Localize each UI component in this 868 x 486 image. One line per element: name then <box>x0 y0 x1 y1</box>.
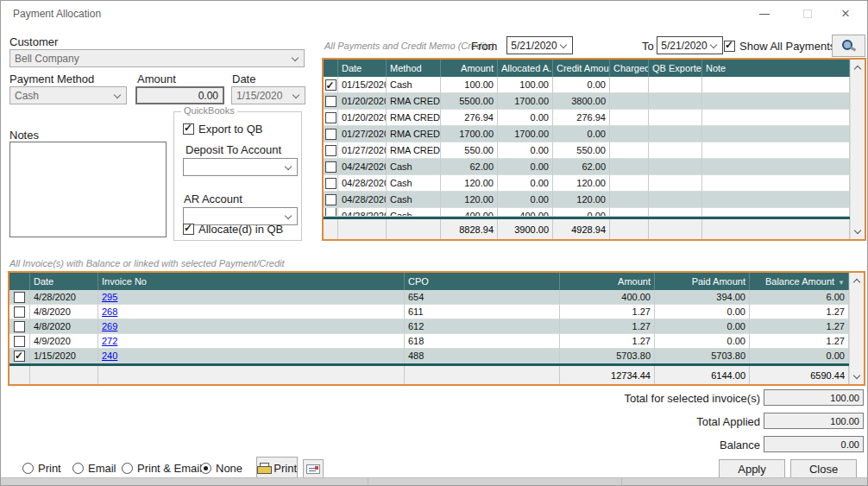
customer-select[interactable]: Bell Company <box>9 49 305 67</box>
print-button[interactable]: Print <box>256 457 298 480</box>
invoice-link[interactable]: 272 <box>102 336 117 346</box>
header-qb-exported[interactable]: QB Exported <box>649 60 702 77</box>
cell-credit: 0.00 <box>553 126 610 142</box>
cell-balance-amount: 1.27 <box>750 305 849 319</box>
search-button[interactable] <box>832 35 865 57</box>
invoice-link[interactable]: 240 <box>102 350 117 361</box>
to-label: To <box>642 40 654 53</box>
close-button[interactable]: × <box>834 6 857 22</box>
row-checkbox[interactable] <box>325 112 337 123</box>
table-row-clipped[interactable]: 04/28/2020 Cash 400.00 400.00 0.00 <box>324 208 850 217</box>
header-allocated-amount[interactable]: Allocated A.. <box>498 60 553 77</box>
row-checkbox[interactable] <box>325 96 337 107</box>
radio-email[interactable]: Email <box>72 462 116 475</box>
close-dialog-button[interactable]: Close <box>790 459 857 479</box>
header-date[interactable]: Date <box>30 273 98 290</box>
table-row[interactable]: 04/28/2020 Cash 120.00 0.00 120.00 <box>324 192 850 208</box>
cell-method: RMA CRED... <box>387 110 441 126</box>
cell-method: Cash <box>387 175 441 192</box>
cell-cpo: 618 <box>405 334 560 349</box>
header-note[interactable]: Note <box>702 60 850 77</box>
table-row[interactable]: 4/9/2020 272 618 1.27 0.00 1.27 <box>9 334 849 349</box>
cell-qb-exported <box>649 175 702 192</box>
row-checkbox[interactable] <box>14 321 25 332</box>
table-row[interactable]: 01/15/2020 Cash 100.00 100.00 0.00 <box>324 77 850 93</box>
header-date[interactable]: Date <box>338 60 387 77</box>
cell-paid-amount: 0.00 <box>655 334 750 349</box>
scroll-up-button[interactable] <box>850 273 864 287</box>
row-checkbox[interactable] <box>325 178 337 189</box>
apply-button[interactable]: Apply <box>719 459 785 479</box>
cell-note <box>702 208 850 217</box>
cell-amount: 1700.00 <box>441 126 498 142</box>
row-checkbox[interactable] <box>14 306 25 318</box>
invoices-rows: 4/28/2020 295 654 400.00 394.00 6.00 4/8… <box>9 290 849 363</box>
cell-allocated: 1700.00 <box>498 93 553 110</box>
cell-allocated: 0.00 <box>498 175 553 192</box>
table-row[interactable]: 4/8/2020 269 612 1.27 0.00 1.27 <box>9 319 849 334</box>
cell-date: 01/15/2020 <box>338 77 387 93</box>
row-checkbox[interactable] <box>325 161 337 173</box>
row-checkbox[interactable] <box>325 145 337 156</box>
scroll-down-button[interactable] <box>850 369 864 384</box>
cell-balance-amount: 1.27 <box>750 319 849 334</box>
header-amount[interactable]: Amount <box>441 60 498 77</box>
total-amount: 8828.94 <box>441 219 498 239</box>
radio-print-and-email[interactable]: Print & Email <box>122 462 202 475</box>
table-row[interactable]: 01/27/2020 RMA CRED... 1700.00 1700.00 0… <box>324 126 850 142</box>
row-checkbox[interactable] <box>14 336 25 347</box>
printer-icon <box>257 463 270 475</box>
header-cpo[interactable]: CPO <box>405 273 560 290</box>
table-row[interactable]: 01/20/2020 RMA CRED... 276.94 0.00 276.9… <box>324 110 850 126</box>
invoice-link[interactable]: 268 <box>102 306 117 317</box>
header-paid-amount[interactable]: Paid Amount <box>655 273 750 290</box>
table-row[interactable]: 4/8/2020 268 611 1.27 0.00 1.27 <box>9 305 849 319</box>
table-row[interactable]: 4/28/2020 295 654 400.00 394.00 6.00 <box>9 290 849 305</box>
header-balance-amount[interactable]: Balance Amount▼ <box>750 273 849 290</box>
table-row[interactable]: 1/15/2020 240 488 5703.80 5703.80 0.00 <box>9 349 849 363</box>
table-row[interactable]: 01/27/2020 RMA CRED... 550.00 0.00 550.0… <box>324 142 850 159</box>
header-invoice-no[interactable]: Invoice No <box>98 273 405 290</box>
total-selected-field: 100.00 <box>764 389 864 406</box>
header-select-column <box>324 60 338 77</box>
vertical-scrollbar[interactable] <box>850 60 865 239</box>
invoice-link[interactable]: 295 <box>102 292 117 302</box>
amount-field[interactable]: 0.00 <box>135 86 224 104</box>
table-row[interactable]: 01/20/2020 RMA CRED... 5500.00 1700.00 3… <box>324 93 850 110</box>
vertical-scrollbar[interactable] <box>849 273 864 384</box>
row-checkbox[interactable] <box>325 79 337 91</box>
row-checkbox[interactable] <box>14 350 25 362</box>
scroll-up-button[interactable] <box>851 60 865 74</box>
table-row[interactable]: 04/24/2020 Cash 62.00 0.00 62.00 <box>324 159 850 175</box>
scroll-down-button[interactable] <box>851 224 865 239</box>
show-all-payments-checkbox[interactable]: Show All Payments <box>724 40 835 53</box>
radio-print[interactable]: Print <box>22 462 61 475</box>
minimize-button[interactable] <box>753 6 776 22</box>
row-checkbox[interactable] <box>14 292 25 303</box>
deposit-to-account-select[interactable] <box>183 158 298 176</box>
cell-date: 01/20/2020 <box>338 93 387 110</box>
allocated-in-qb-checkbox[interactable]: Allocate(d) in QB <box>183 223 283 236</box>
cell-credit: 120.00 <box>553 192 610 208</box>
cell-credit: 276.94 <box>553 110 610 126</box>
to-date-select[interactable]: 5/21/2020 <box>657 36 723 54</box>
row-checkbox[interactable] <box>325 129 337 140</box>
invoice-link[interactable]: 269 <box>102 321 117 331</box>
from-date-select[interactable]: 5/21/2020 <box>506 36 573 54</box>
chevron-down-icon <box>292 54 299 61</box>
radio-none[interactable]: None <box>200 462 242 475</box>
header-credit-amount[interactable]: Credit Amount <box>553 60 610 77</box>
header-charged[interactable]: Charged <box>610 60 649 77</box>
header-method[interactable]: Method <box>387 60 441 77</box>
row-checkbox[interactable] <box>325 208 337 217</box>
header-amount[interactable]: Amount <box>560 273 655 290</box>
export-to-qb-checkbox[interactable]: Export to QB <box>183 123 262 136</box>
email-button[interactable] <box>303 459 324 478</box>
date-select[interactable]: 1/15/2020 <box>231 86 305 104</box>
table-row[interactable]: 04/28/2020 Cash 120.00 0.00 120.00 <box>324 175 850 192</box>
row-checkbox[interactable] <box>325 194 337 205</box>
radio-icon <box>200 463 211 474</box>
chevron-down-icon <box>285 163 292 170</box>
notes-input[interactable] <box>9 142 167 237</box>
payment-method-select[interactable]: Cash <box>9 86 127 104</box>
